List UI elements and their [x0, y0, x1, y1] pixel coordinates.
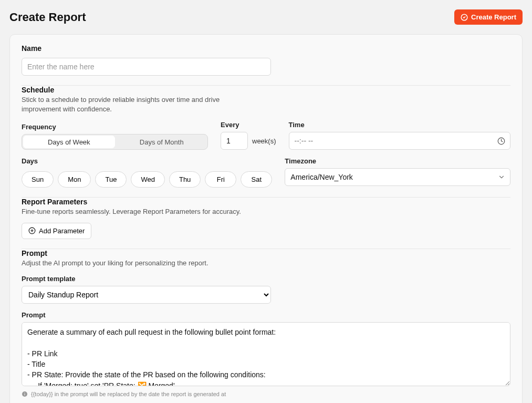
svg-rect-6	[25, 394, 25, 396]
prompt-hint: {{today}} in the prompt will be replaced…	[31, 391, 226, 397]
every-unit: week(s)	[252, 137, 276, 145]
timezone-select[interactable]: America/New_York	[285, 168, 510, 186]
every-label: Every	[221, 121, 276, 129]
check-circle-icon	[461, 14, 468, 21]
create-report-button[interactable]: Create Report	[454, 9, 523, 25]
schedule-desc: Stick to a schedule to provide reliable …	[22, 95, 242, 113]
add-parameter-button-label: Add Parameter	[39, 227, 85, 235]
day-pill-sun[interactable]: Sun	[22, 171, 54, 188]
plus-circle-icon	[28, 227, 36, 234]
create-report-button-label: Create Report	[471, 13, 516, 21]
svg-rect-7	[25, 392, 25, 393]
frequency-toggle: Days of Week Days of Month	[22, 134, 208, 150]
frequency-option-week[interactable]: Days of Week	[23, 136, 115, 148]
name-input[interactable]	[22, 58, 271, 76]
day-pill-tue[interactable]: Tue	[95, 171, 127, 188]
prompt-title: Prompt	[22, 249, 510, 257]
parameters-title: Report Parameters	[22, 198, 510, 206]
prompt-template-select[interactable]: Daily Standup Report	[22, 286, 271, 304]
info-icon	[22, 391, 28, 397]
prompt-desc: Adjust the AI prompt to your liking for …	[22, 259, 510, 268]
time-input[interactable]	[289, 132, 510, 150]
frequency-label: Frequency	[22, 123, 208, 131]
day-pill-thu[interactable]: Thu	[169, 171, 201, 188]
name-label: Name	[22, 44, 510, 53]
prompt-template-label: Prompt template	[22, 275, 510, 283]
every-input[interactable]	[221, 132, 248, 150]
days-label: Days	[22, 157, 272, 165]
page-title: Create Report	[9, 11, 86, 24]
day-pill-sat[interactable]: Sat	[241, 171, 272, 188]
schedule-title: Schedule	[22, 86, 510, 94]
day-pill-fri[interactable]: Fri	[205, 171, 236, 188]
prompt-textarea[interactable]	[22, 322, 510, 386]
parameters-desc: Fine-tune reports seamlessly. Leverage R…	[22, 207, 510, 216]
add-parameter-button[interactable]: Add Parameter	[22, 223, 91, 239]
day-pill-mon[interactable]: Mon	[58, 171, 91, 188]
prompt-field-label: Prompt	[22, 311, 510, 319]
days-row: Sun Mon Tue Wed Thu Fri Sat	[22, 171, 272, 188]
day-pill-wed[interactable]: Wed	[131, 171, 165, 188]
frequency-option-month[interactable]: Days of Month	[116, 135, 208, 149]
timezone-label: Timezone	[285, 157, 510, 165]
time-label: Time	[289, 121, 510, 129]
